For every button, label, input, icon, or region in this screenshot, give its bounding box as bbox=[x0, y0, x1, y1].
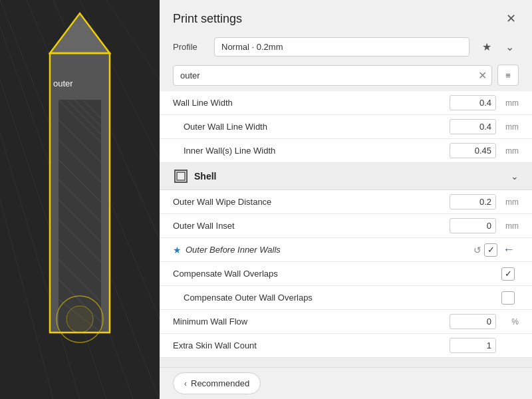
outer-wall-line-width-value[interactable] bbox=[446, 119, 499, 134]
search-input[interactable] bbox=[173, 65, 492, 86]
outer-wall-inset-value[interactable] bbox=[446, 218, 499, 233]
minimum-wall-flow-unit: % bbox=[499, 317, 519, 327]
compensate-outer-wall-overlaps-actions bbox=[501, 291, 515, 305]
recommended-label: Recommended bbox=[191, 378, 249, 388]
outer-before-inner-walls-actions: ↺ ✓ ← bbox=[473, 243, 515, 257]
page-title: Print settings bbox=[173, 12, 242, 26]
outer-wall-line-width-input[interactable] bbox=[450, 119, 496, 134]
settings-panel: Print settings ✕ Profile Normal · 0.2mm … bbox=[160, 0, 532, 399]
minimum-wall-flow-label: Minimum Wall Flow bbox=[173, 317, 446, 327]
inner-wall-line-width-input[interactable] bbox=[450, 143, 496, 158]
outer-wall-line-width-unit: mm bbox=[499, 122, 519, 132]
outer-wall-wipe-distance-input[interactable] bbox=[450, 194, 496, 209]
outer-wall-inset-input[interactable] bbox=[450, 218, 496, 233]
minimum-wall-flow-input[interactable] bbox=[450, 314, 496, 329]
inner-wall-line-width-label: Inner Wall(s) Line Width bbox=[184, 146, 446, 156]
outer-wall-line-width-label: Outer Wall Line Width bbox=[184, 122, 446, 132]
minimum-wall-flow-row: Minimum Wall Flow % bbox=[160, 310, 532, 334]
preview-panel: outer bbox=[0, 0, 160, 399]
compensate-outer-wall-overlaps-checkbox[interactable] bbox=[501, 291, 515, 305]
shell-section-header[interactable]: Shell ⌄ bbox=[160, 163, 532, 190]
undo-icon[interactable]: ↺ bbox=[473, 245, 481, 255]
compensate-wall-overlaps-row: Compensate Wall Overlaps ✓ bbox=[160, 262, 532, 286]
outer-before-inner-walls-row: ★ Outer Before Inner Walls ↺ ✓ ← bbox=[160, 238, 532, 262]
profile-value: Normal · 0.2mm bbox=[221, 42, 283, 52]
extra-skin-wall-count-row: Extra Skin Wall Count bbox=[160, 334, 532, 358]
inner-wall-line-width-value[interactable] bbox=[446, 143, 499, 158]
shell-section-title: Shell bbox=[194, 171, 511, 182]
outer-wall-wipe-distance-label: Outer Wall Wipe Distance bbox=[173, 197, 446, 207]
wall-line-width-unit: mm bbox=[499, 98, 519, 108]
recommended-chevron-icon: ‹ bbox=[184, 379, 187, 388]
compensate-outer-wall-overlaps-label: Compensate Outer Wall Overlaps bbox=[184, 293, 501, 303]
material-section-header[interactable]: Material ‹ bbox=[160, 358, 532, 367]
outer-before-inner-walls-label: Outer Before Inner Walls bbox=[186, 245, 473, 255]
outer-wall-wipe-distance-unit: mm bbox=[499, 198, 519, 207]
settings-list: Wall Line Width mm Outer Wall Line Width… bbox=[160, 91, 532, 367]
minimum-wall-flow-value[interactable] bbox=[446, 314, 499, 329]
profile-actions: ★ ⌄ bbox=[477, 38, 519, 57]
extra-skin-wall-count-value[interactable] bbox=[446, 338, 499, 353]
compensate-wall-overlaps-label: Compensate Wall Overlaps bbox=[173, 269, 501, 279]
outer-wall-wipe-distance-row: Outer Wall Wipe Distance mm bbox=[160, 190, 532, 214]
outer-wall-line-width-row: Outer Wall Line Width mm bbox=[160, 115, 532, 139]
outer-before-inner-walls-checkbox[interactable]: ✓ bbox=[484, 243, 497, 257]
compensate-wall-overlaps-checkbox[interactable]: ✓ bbox=[501, 267, 515, 281]
favorite-star-icon[interactable]: ★ bbox=[173, 245, 182, 255]
svg-rect-35 bbox=[177, 172, 185, 180]
outer-wall-inset-row: Outer Wall Inset mm bbox=[160, 214, 532, 238]
outer-wall-inset-unit: mm bbox=[499, 221, 519, 231]
wall-line-width-value[interactable] bbox=[446, 95, 499, 110]
compensate-outer-wall-overlaps-row: Compensate Outer Wall Overlaps bbox=[160, 286, 532, 310]
svg-point-32 bbox=[66, 306, 93, 332]
profile-chevron-button[interactable]: ⌄ bbox=[500, 38, 519, 57]
checkbox-check: ✓ bbox=[487, 245, 495, 255]
outer-wall-inset-label: Outer Wall Inset bbox=[173, 221, 446, 231]
shell-chevron-icon: ⌄ bbox=[511, 171, 519, 182]
profile-row: Profile Normal · 0.2mm ★ ⌄ bbox=[160, 35, 532, 65]
svg-text:outer: outer bbox=[53, 78, 73, 88]
wall-line-width-label: Wall Line Width bbox=[173, 98, 446, 108]
shell-section-icon bbox=[173, 168, 189, 184]
profile-select[interactable]: Normal · 0.2mm bbox=[214, 37, 469, 57]
outer-wall-wipe-distance-value[interactable] bbox=[446, 194, 499, 209]
search-clear-button[interactable]: ✕ bbox=[478, 69, 487, 82]
wall-line-width-input[interactable] bbox=[450, 95, 496, 110]
settings-header: Print settings ✕ bbox=[160, 0, 532, 35]
search-menu-button[interactable]: ≡ bbox=[497, 65, 519, 86]
extra-skin-wall-count-input[interactable] bbox=[450, 338, 496, 353]
checkbox-check: ✓ bbox=[505, 269, 512, 279]
extra-skin-wall-count-label: Extra Skin Wall Count bbox=[173, 340, 446, 350]
inner-wall-line-width-unit: mm bbox=[499, 146, 519, 156]
menu-icon: ≡ bbox=[505, 70, 511, 80]
recommended-bar: ‹ Recommended bbox=[160, 367, 532, 399]
search-row: ✕ ≡ bbox=[160, 65, 532, 91]
close-button[interactable]: ✕ bbox=[503, 11, 519, 27]
search-wrapper: ✕ bbox=[173, 65, 492, 86]
inner-wall-line-width-row: Inner Wall(s) Line Width mm bbox=[160, 139, 532, 163]
profile-label: Profile bbox=[173, 42, 206, 52]
compensate-wall-overlaps-actions: ✓ bbox=[501, 267, 515, 281]
profile-star-button[interactable]: ★ bbox=[477, 38, 496, 57]
recommended-button[interactable]: ‹ Recommended bbox=[173, 372, 261, 394]
highlight-arrow-icon: ← bbox=[503, 243, 515, 257]
wall-line-width-row: Wall Line Width mm bbox=[160, 91, 532, 115]
